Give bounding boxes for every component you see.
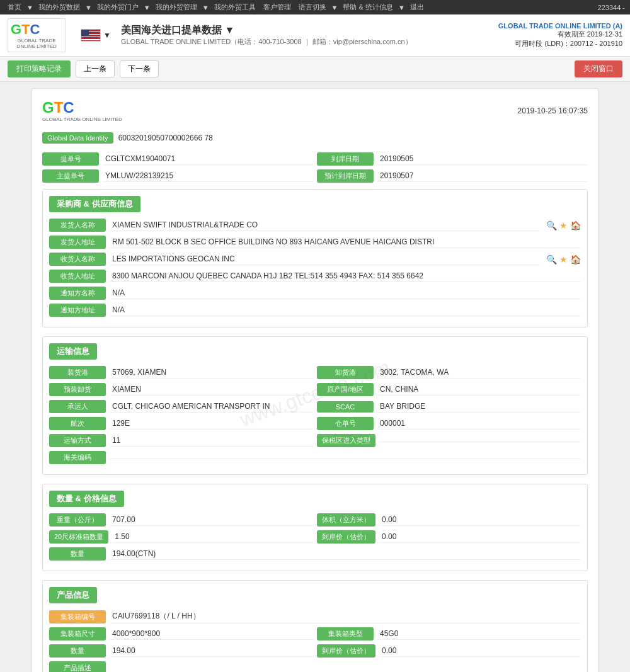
valid-until: 有效期至 2019-12-31 bbox=[498, 30, 622, 39]
notify-address-row: 通知方地址 N/A bbox=[49, 304, 581, 317]
card-datetime: 2019-10-25 16:07:35 bbox=[518, 106, 588, 115]
card-logo-text: GTC bbox=[42, 99, 74, 116]
bonded-label: 保税区进入类型 bbox=[317, 434, 375, 447]
arrival-date-label: 到岸日期 bbox=[317, 152, 374, 166]
nav-my-portal[interactable]: 我的外贸门户 bbox=[94, 1, 141, 13]
title-area: 美国海关进口提单数据 ▼ GLOBAL TRADE ONLINE LIMITED… bbox=[121, 24, 498, 47]
top-bar: 首页 ▼ 我的外贸数据 ▼ 我的外贸门户 ▼ 我的外贸管理 ▼ 我的外贸工具 客… bbox=[0, 0, 630, 14]
preunload-dest-row: 预装卸货 XIAMEN 原产国/地区 CN, CHINA bbox=[49, 383, 581, 396]
master-bill-field: 主提单号 YMLUW/228139215 bbox=[42, 169, 313, 183]
card-logo-sub: GLOBAL TRADE ONLINE LIMITED bbox=[42, 117, 122, 122]
company-name: GLOBAL TRADE ONLINE LIMITED (A) bbox=[498, 22, 622, 30]
nav-home[interactable]: 首页 bbox=[5, 1, 24, 13]
receiver-address-label: 收货人地址 bbox=[49, 270, 106, 283]
warehouse-field: 仓单号 000001 bbox=[317, 417, 581, 430]
transport-mode-value: 11 bbox=[110, 435, 313, 447]
product-header: 产品信息 bbox=[49, 587, 97, 603]
planned-date-label: 预计到岸日期 bbox=[317, 169, 374, 183]
container-type-field: 集装箱类型 45G0 bbox=[317, 627, 581, 641]
data-identity-row: Global Data Identity 6003201905070000266… bbox=[42, 130, 588, 146]
nav-my-manage[interactable]: 我的外贸管理 bbox=[153, 1, 200, 13]
available-period: 可用时段 (LDR)：200712 - 201910 bbox=[498, 39, 622, 48]
logo-t: T bbox=[21, 21, 30, 37]
container-size-value: 4000*900*800 bbox=[110, 628, 313, 640]
data-identity-label: Global Data Identity bbox=[42, 132, 113, 144]
unit-price-value: 0.00 bbox=[379, 531, 581, 543]
bill-no-label: 提单号 bbox=[42, 152, 99, 166]
prev-button[interactable]: 上一条 bbox=[76, 60, 115, 77]
receiver-search-icon[interactable]: 🔍 bbox=[546, 254, 557, 265]
planned-date-value: 20190507 bbox=[377, 170, 588, 182]
nav-logout[interactable]: 退出 bbox=[408, 1, 427, 13]
receiver-home-icon[interactable]: 🏠 bbox=[570, 254, 581, 265]
receiver-address-value: 8300 MARCONI ANJOU QUEBEC CANADA H1J 1B2… bbox=[110, 270, 581, 282]
loading-port-field: 装货港 57069, XIAMEN bbox=[49, 366, 313, 379]
nav-customer[interactable]: 客户管理 bbox=[261, 1, 294, 13]
master-bill-value: YMLUW/228139215 bbox=[103, 170, 313, 182]
sender-home-icon[interactable]: 🏠 bbox=[570, 220, 581, 231]
prod-qty-label: 数量 bbox=[49, 644, 106, 658]
prod-unitprice-label: 到岸价（估价） bbox=[317, 644, 375, 658]
qty-value: 194.00(CTN) bbox=[110, 548, 581, 560]
nav-language[interactable]: 语言切换 bbox=[296, 1, 329, 13]
container-no-field: 集装箱编号 CAIU7699118（/ L / HH） bbox=[49, 610, 581, 624]
close-button[interactable]: 关闭窗口 bbox=[575, 60, 622, 77]
card-header: GTC GLOBAL TRADE ONLINE LIMITED 2019-10-… bbox=[42, 99, 588, 122]
account-area: GLOBAL TRADE ONLINE LIMITED (A) 有效期至 201… bbox=[498, 22, 622, 48]
receiver-address-row: 收货人地址 8300 MARCONI ANJOU QUEBEC CANADA H… bbox=[49, 270, 581, 283]
volume-field: 体积（立方米） 0.00 bbox=[317, 513, 581, 527]
container-size-field: 集装箱尺寸 4000*900*800 bbox=[49, 627, 313, 641]
sender-name-row: 发货人名称 XIAMEN SWIFT INDUSTRIAL&TRADE CO 🔍… bbox=[49, 219, 581, 232]
user-count: 223344 - bbox=[598, 4, 625, 11]
master-bill-fields: 主提单号 YMLUW/228139215 预计到岸日期 20190507 bbox=[42, 169, 588, 183]
mode-bonded-row: 运输方式 11 保税区进入类型 bbox=[49, 434, 581, 447]
sender-star-icon[interactable]: ★ bbox=[559, 220, 568, 231]
data-identity-value: 60032019050700002666 78 bbox=[118, 134, 213, 142]
unit-price-label: 到岸价（估价） bbox=[317, 530, 375, 544]
page-subtitle: GLOBAL TRADE ONLINE LIMITED（电话：400-710-3… bbox=[121, 37, 498, 47]
top-navigation[interactable]: 首页 ▼ 我的外贸数据 ▼ 我的外贸门户 ▼ 我的外贸管理 ▼ 我的外贸工具 客… bbox=[5, 1, 427, 13]
buyer-supplier-section: 采购商 & 供应商信息 发货人名称 XIAMEN SWIFT INDUSTRIA… bbox=[42, 189, 588, 327]
warehouse-value: 000001 bbox=[377, 418, 581, 430]
carrier-field: 承运人 CGLT, CHICAGO AMERICAN TRANSPORT IN bbox=[49, 400, 313, 413]
us-flag bbox=[81, 29, 101, 42]
voyage-value: 129E bbox=[110, 418, 313, 430]
qty-field: 数量 194.00(CTN) bbox=[49, 547, 581, 561]
product-section: 产品信息 集装箱编号 CAIU7699118（/ L / HH） 集装箱尺寸 4… bbox=[42, 580, 588, 672]
weight-label: 重量（公斤） bbox=[49, 513, 106, 527]
container20-value: 1.50 bbox=[112, 531, 313, 543]
container-no-label: 集装箱编号 bbox=[49, 610, 106, 624]
master-bill-label: 主提单号 bbox=[42, 169, 99, 183]
print-button[interactable]: 打印策略记录 bbox=[8, 60, 71, 77]
sender-search-icon[interactable]: 🔍 bbox=[546, 220, 557, 231]
product-desc-label: 产品描述 bbox=[49, 661, 106, 672]
nav-my-data[interactable]: 我的外贸数据 bbox=[36, 1, 83, 13]
destination-value: CN, CHINA bbox=[377, 384, 581, 396]
weight-value: 707.00 bbox=[110, 514, 313, 526]
logo: GTC GLOBAL TRADE ONLINE LIMITED bbox=[8, 18, 66, 52]
page-title: 美国海关进口提单数据 ▼ bbox=[121, 24, 498, 37]
prod-unitprice-field: 到岸价（估价） 0.00 bbox=[317, 644, 581, 658]
nav-my-tools[interactable]: 我的外贸工具 bbox=[212, 1, 258, 13]
receiver-star-icon[interactable]: ★ bbox=[559, 254, 568, 265]
bill-no-field: 提单号 CGLTCXM19040071 bbox=[42, 152, 313, 166]
pre-unloading-field: 预装卸货 XIAMEN bbox=[49, 383, 313, 396]
flag-dropdown[interactable]: ▼ bbox=[103, 31, 111, 40]
unloading-port-label: 卸货港 bbox=[317, 366, 374, 379]
container20-label: 20尺标准箱数量 bbox=[49, 530, 108, 544]
nav-help[interactable]: 帮助 & 统计信息 bbox=[340, 1, 395, 13]
sender-name-value: XIAMEN SWIFT INDUSTRIAL&TRADE CO bbox=[110, 219, 540, 231]
quantity-price-header: 数量 & 价格信息 bbox=[49, 491, 124, 507]
arrival-date-value: 20190505 bbox=[377, 153, 588, 165]
arrival-date-field: 到岸日期 20190505 bbox=[317, 152, 588, 166]
receiver-name-row: 收货人名称 LES IMPORTATIONS GEOCAN INC 🔍 ★ 🏠 bbox=[49, 253, 581, 266]
warehouse-label: 仓单号 bbox=[317, 417, 374, 430]
weight-volume-row: 重量（公斤） 707.00 体积（立方米） 0.00 bbox=[49, 513, 581, 527]
voyage-field: 航次 129E bbox=[49, 417, 313, 430]
planned-date-field: 预计到岸日期 20190507 bbox=[317, 169, 588, 183]
container-size-type-row: 集装箱尺寸 4000*900*800 集装箱类型 45G0 bbox=[49, 627, 581, 641]
sender-address-row: 发货人地址 RM 501-502 BLOCK B SEC OFFICE BUIL… bbox=[49, 236, 581, 249]
next-button[interactable]: 下一条 bbox=[120, 60, 159, 77]
port-row: 装货港 57069, XIAMEN 卸货港 3002, TACOMA, WA bbox=[49, 366, 581, 379]
pre-unloading-value: XIAMEN bbox=[110, 384, 313, 396]
